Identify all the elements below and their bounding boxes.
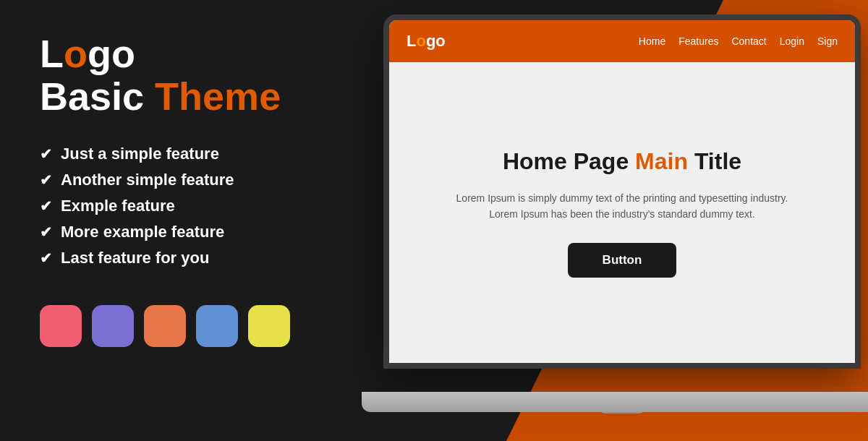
- list-item: ✔ More example feature: [40, 223, 322, 241]
- laptop-body: Logo Home Features Contact Login Sign Ho…: [383, 14, 861, 369]
- hero-description: Lorem Ipsum is simply dummy text of the …: [448, 190, 796, 223]
- swatch-purple[interactable]: [92, 305, 134, 347]
- hero-title-end: Title: [688, 148, 741, 174]
- check-icon: ✔: [40, 197, 52, 215]
- feature-label: Exmple feature: [61, 197, 175, 215]
- feature-label: Another simple feature: [61, 171, 234, 189]
- hero-title-orange: Main: [635, 148, 688, 174]
- nav-link-login[interactable]: Login: [780, 35, 804, 47]
- left-panel: Logo Basic Theme ✔ Just a simple feature…: [0, 0, 362, 441]
- screen-logo-text: Logo: [407, 32, 446, 50]
- logo-text-white2: go: [88, 32, 135, 75]
- logo-text-white: L: [40, 32, 64, 75]
- features-list: ✔ Just a simple feature ✔ Another simple…: [40, 145, 322, 275]
- laptop-screen: Logo Home Features Contact Login Sign Ho…: [389, 20, 855, 363]
- feature-label: More example feature: [61, 223, 224, 241]
- list-item: ✔ Last feature for you: [40, 249, 322, 267]
- hero-title-black: Home Page: [503, 148, 635, 174]
- screen-navbar: Logo Home Features Contact Login Sign: [389, 20, 855, 62]
- list-item: ✔ Just a simple feature: [40, 145, 322, 163]
- check-icon: ✔: [40, 171, 52, 189]
- hero-title: Home Page Main Title: [503, 147, 741, 175]
- check-icon: ✔: [40, 249, 52, 267]
- swatch-yellow[interactable]: [248, 305, 290, 347]
- check-icon: ✔: [40, 223, 52, 241]
- laptop-mockup: Logo Home Features Contact Login Sign Ho…: [362, 14, 868, 434]
- nav-link-home[interactable]: Home: [639, 35, 665, 47]
- logo-heading: Logo: [40, 33, 322, 75]
- feature-label: Last feature for you: [61, 249, 209, 267]
- swatch-salmon[interactable]: [144, 305, 186, 347]
- nav-link-features[interactable]: Features: [678, 35, 718, 47]
- laptop-base: [362, 392, 868, 412]
- swatch-blue[interactable]: [196, 305, 238, 347]
- list-item: ✔ Another simple feature: [40, 171, 322, 189]
- check-icon: ✔: [40, 145, 52, 163]
- nav-link-contact[interactable]: Contact: [731, 35, 766, 47]
- color-swatches: [40, 305, 322, 347]
- screen-logo: Logo: [407, 32, 446, 51]
- list-item: ✔ Exmple feature: [40, 197, 322, 215]
- logo-section: Logo Basic Theme: [40, 33, 322, 139]
- subtitle-text-orange: Theme: [155, 74, 281, 118]
- swatch-pink[interactable]: [40, 305, 82, 347]
- screen-logo-orange: o: [416, 32, 425, 50]
- feature-label: Just a simple feature: [61, 145, 219, 163]
- subtitle-text-white: Basic: [40, 74, 155, 118]
- hero-button[interactable]: Button: [568, 243, 677, 278]
- logo-text-orange: o: [64, 32, 88, 75]
- screen-hero: Home Page Main Title Lorem Ipsum is simp…: [389, 62, 855, 363]
- screen-nav-links: Home Features Contact Login Sign: [639, 35, 838, 47]
- nav-link-signup[interactable]: Sign: [817, 35, 838, 47]
- subtitle-heading: Basic Theme: [40, 75, 322, 118]
